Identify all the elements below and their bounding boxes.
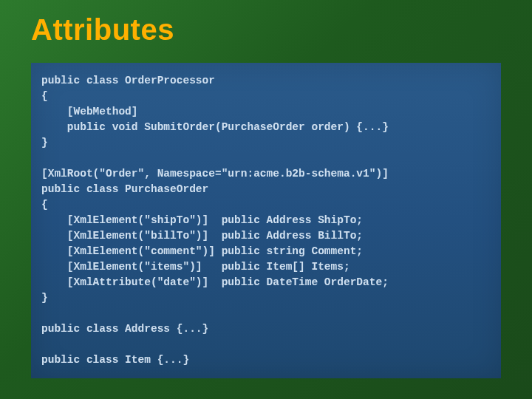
code-block: public class OrderProcessor { [WebMethod… — [31, 63, 501, 378]
slide-title: Attributes — [31, 13, 501, 47]
